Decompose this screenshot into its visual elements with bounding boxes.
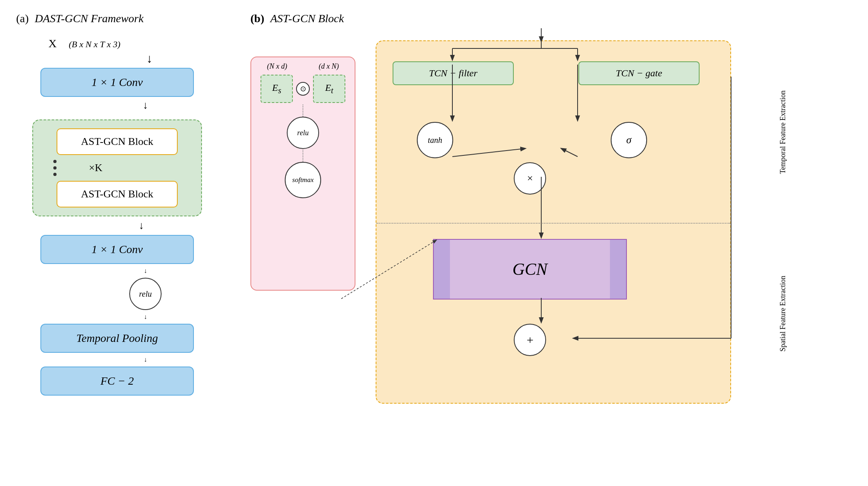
arrow-tp-down: ↓ xyxy=(40,356,250,363)
softmax-circle: softmax xyxy=(285,162,321,198)
multiply-node: × xyxy=(514,162,546,195)
dot3 xyxy=(53,173,57,176)
tcn-filter-container: TCN − filter xyxy=(393,61,514,85)
ast-block-container: AST-GCN Block ×K AST-GCN Block xyxy=(32,119,202,216)
odot-circle: ⊙ xyxy=(296,82,310,96)
tcn-filter-box: TCN − filter xyxy=(393,61,514,85)
label-prefix-a: (a) xyxy=(16,12,29,25)
arrow-conv1-down: ↓ xyxy=(40,99,250,111)
conv2-box: 1 × 1 Conv xyxy=(40,235,194,264)
dotted-line-2 xyxy=(251,150,355,162)
spatial-label-sidebar: Spatial Feature Extraction xyxy=(777,223,789,404)
es-et-row: Es ⊙ Et xyxy=(251,75,355,103)
plus-circle: + xyxy=(514,324,546,356)
left-panel-title: (a) DAST-GCN Framework xyxy=(16,12,250,25)
temporal-pooling-box: Temporal Pooling xyxy=(40,324,194,353)
tanh-circle: tanh xyxy=(417,122,453,158)
ast-block-top: AST-GCN Block xyxy=(57,128,178,155)
relu-circle-pink: relu xyxy=(287,117,319,149)
times-k: ×K xyxy=(89,162,102,174)
sigma-circle: σ xyxy=(611,122,647,158)
es-box: Es xyxy=(261,75,293,103)
softmax-node: softmax xyxy=(251,162,355,198)
temporal-label-sidebar: Temporal Feature Extraction xyxy=(777,41,789,223)
sigma-node: σ xyxy=(611,122,647,158)
left-panel: (a) DAST-GCN Framework X (B x N x T x 3)… xyxy=(16,12,250,396)
dot1 xyxy=(53,160,57,163)
gcn-right-strip xyxy=(610,240,626,299)
tcn-gate-container: TCN − gate xyxy=(578,61,700,85)
dotted-line-1 xyxy=(251,105,355,117)
relu-node-pink: relu xyxy=(251,117,355,149)
right-panel-label: AST-GCN Block xyxy=(270,12,344,25)
arrow-green-down: ↓ xyxy=(32,220,250,232)
relu-circle-left: relu xyxy=(129,278,162,310)
tanh-node: tanh xyxy=(417,122,453,158)
dot2 xyxy=(53,166,57,170)
orange-box: Temporal Feature Extraction Spatial Feat… xyxy=(376,40,731,404)
right-panel: (b) AST-GCN Block (N x d) (d x N) Es ⊙ E… xyxy=(250,12,852,472)
fc2-box: FC − 2 xyxy=(40,367,194,396)
et-box: Et xyxy=(313,75,345,103)
plus-node: + xyxy=(514,324,546,356)
ast-block-bottom: AST-GCN Block xyxy=(57,181,178,207)
diagram-container: (a) DAST-GCN Framework X (B x N x T x 3)… xyxy=(0,0,868,486)
gcn-container: GCN xyxy=(433,239,627,300)
tcn-gate-box: TCN − gate xyxy=(578,61,700,85)
matrix-labels: (N x d) (d x N) xyxy=(251,62,355,71)
horizontal-divider xyxy=(376,223,730,224)
multiply-circle: × xyxy=(514,162,546,195)
input-shape: (B x N x T x 3) xyxy=(69,39,120,50)
conv1-box: 1 × 1 Conv xyxy=(40,68,194,97)
pink-box: (N x d) (d x N) Es ⊙ Et xyxy=(250,57,355,291)
label-prefix-b: (b) xyxy=(250,12,264,25)
right-panel-title: (b) AST-GCN Block xyxy=(250,12,852,25)
input-var: X xyxy=(48,37,57,50)
gcn-left-strip xyxy=(434,240,450,299)
arrow-conv2-down: ↓ xyxy=(40,267,250,274)
arrow-x-down: ↓ xyxy=(48,52,250,65)
left-panel-label: DAST-GCN Framework xyxy=(35,12,143,25)
arrow-relu-down: ↓ xyxy=(40,313,250,321)
gcn-box: GCN xyxy=(433,239,627,300)
